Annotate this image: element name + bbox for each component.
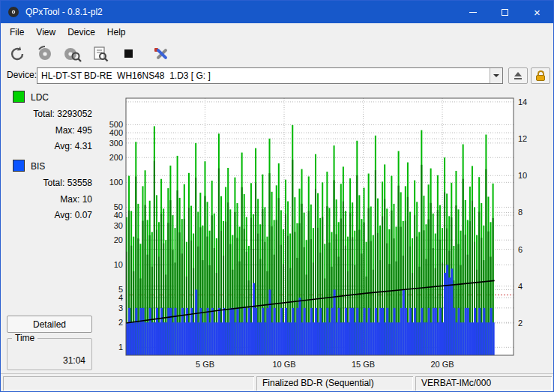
time-value: 31:04 — [63, 355, 85, 366]
report-magnifier-icon — [91, 45, 109, 63]
bis-avg: Avg: 0.07 — [1, 210, 92, 220]
eject-button[interactable] — [508, 67, 528, 84]
toolbar — [1, 40, 553, 67]
disc-magnifier-icon — [63, 45, 82, 63]
menu-view[interactable]: View — [30, 25, 61, 40]
svg-text:20 GB: 20 GB — [430, 360, 454, 369]
minimize-icon — [469, 12, 477, 13]
svg-text:8: 8 — [518, 208, 523, 217]
lock-button[interactable] — [531, 67, 550, 84]
svg-text:300: 300 — [109, 139, 123, 148]
svg-text:30: 30 — [114, 221, 123, 230]
status-bar: Finalized BD-R (Sequential) VERBAT-IMc/0… — [1, 373, 553, 392]
ldc-avg: Avg: 4.31 — [1, 141, 92, 151]
svg-text:20: 20 — [114, 235, 123, 244]
device-combobox[interactable]: HL-DT-ST BD-RE WH16NS48 1.D3 [ G: ] — [37, 67, 503, 84]
svg-text:15 GB: 15 GB — [352, 360, 375, 369]
stop-icon — [124, 49, 133, 58]
app-window: QPxTool - 0.8.1-pl2 × File View Device H… — [0, 0, 554, 392]
svg-text:10 GB: 10 GB — [272, 360, 295, 369]
scan-disc-button[interactable] — [34, 43, 55, 64]
svg-text:10: 10 — [518, 171, 527, 180]
svg-text:5 GB: 5 GB — [196, 360, 214, 369]
status-cell-empty — [3, 376, 254, 391]
svg-text:3: 3 — [118, 304, 123, 313]
ldc-color-swatch — [13, 91, 25, 103]
bis-max: Max: 10 — [1, 194, 92, 205]
combobox-dropdown-button[interactable] — [490, 68, 502, 83]
svg-text:14: 14 — [518, 97, 527, 106]
ldc-label: LDC — [31, 92, 49, 103]
svg-text:100: 100 — [109, 178, 123, 187]
rescan-button[interactable] — [7, 43, 28, 64]
window-title: QPxTool - 0.8.1-pl2 — [25, 7, 103, 17]
menu-file[interactable]: File — [4, 25, 30, 40]
chevron-down-icon — [493, 74, 499, 77]
eject-icon — [514, 72, 522, 76]
svg-text:1: 1 — [118, 343, 123, 352]
ldc-total: Total: 3293052 — [1, 109, 92, 119]
stop-button[interactable] — [118, 43, 139, 64]
bis-total: Total: 53558 — [1, 178, 92, 188]
menu-bar: File View Device Help — [1, 23, 553, 40]
device-combobox-value: HL-DT-ST BD-RE WH16NS48 1.D3 [ G: ] — [37, 70, 490, 81]
svg-text:2: 2 — [118, 318, 123, 327]
svg-text:6: 6 — [518, 245, 523, 254]
svg-text:4: 4 — [518, 282, 523, 291]
device-label: Device: — [7, 70, 37, 80]
time-label: Time — [12, 333, 37, 343]
circular-arrows-icon — [8, 45, 26, 63]
disc-arrows-icon — [36, 45, 54, 63]
svg-text:12: 12 — [518, 134, 527, 143]
title-bar: QPxTool - 0.8.1-pl2 × — [1, 1, 553, 23]
bis-color-swatch — [13, 160, 25, 172]
media-info-button[interactable] — [90, 43, 111, 64]
maximize-icon — [502, 9, 508, 16]
quality-chart: 5004003002001005040302010543211412108642… — [106, 88, 553, 373]
menu-device[interactable]: Device — [61, 25, 101, 40]
inspect-disc-button[interactable] — [62, 43, 83, 64]
bis-label: BIS — [31, 161, 45, 172]
svg-text:4: 4 — [118, 293, 123, 302]
app-icon — [7, 6, 19, 18]
ldc-max: Max: 495 — [1, 125, 92, 136]
status-media-id: VERBAT-IMc/000 — [415, 376, 552, 391]
statistics-panel: LDC Total: 3293052 Max: 495 Avg: 4.31 BI… — [1, 86, 106, 373]
svg-text:10: 10 — [114, 260, 123, 269]
close-button[interactable]: × — [521, 1, 553, 23]
minimize-button[interactable] — [457, 1, 489, 23]
close-icon: × — [534, 7, 541, 18]
detailed-button[interactable]: Detailed — [7, 316, 92, 333]
maximize-button[interactable] — [489, 1, 521, 23]
menu-help[interactable]: Help — [101, 25, 132, 40]
svg-text:2: 2 — [518, 319, 523, 328]
time-groupbox: Time 31:04 — [7, 338, 92, 370]
svg-text:400: 400 — [109, 128, 123, 137]
svg-text:40: 40 — [114, 211, 123, 220]
preferences-button[interactable] — [153, 45, 171, 63]
status-disc-type: Finalized BD-R (Sequential) — [256, 376, 413, 391]
device-row: Device: HL-DT-ST BD-RE WH16NS48 1.D3 [ G… — [1, 67, 553, 85]
svg-text:200: 200 — [109, 153, 123, 162]
